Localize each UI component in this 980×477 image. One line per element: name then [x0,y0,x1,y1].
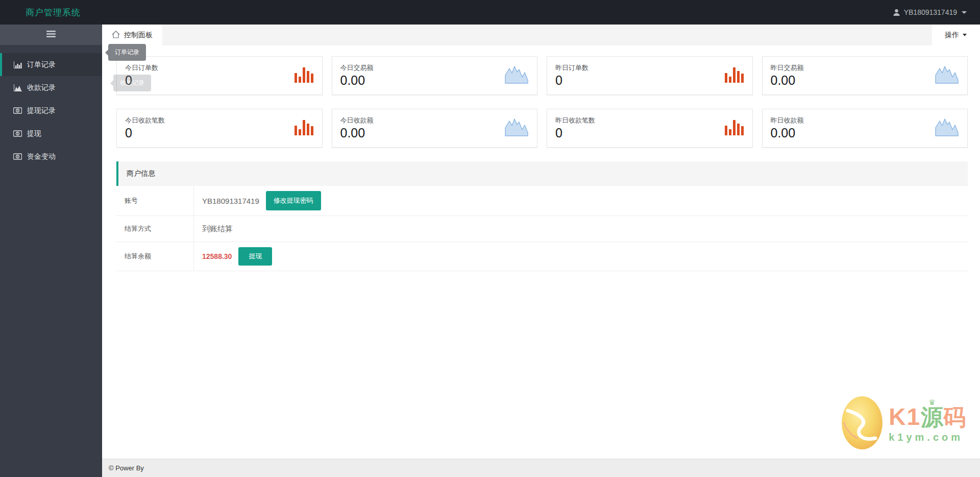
bar-chart-icon [13,61,22,68]
stat-value: 0 [555,126,744,140]
watermark-yuan: ♛源 [921,406,943,428]
sidebar-tooltip-order-records: 订单记录 [108,44,146,61]
stats-row-today: 今日订单数 0 今日交易额 0.00 昨日订单数 [116,56,968,95]
sidebar-item-label: 订单记录 [27,60,56,69]
stat-value: 0.00 [340,73,529,88]
home-icon [112,31,120,40]
area-chart-icon [13,84,22,91]
settle-method-value: 到账结算 [202,224,233,234]
merchant-info-panel: 商户信息 账号 YB18091317419 修改提现密码 结算方式 到账结算 [116,161,968,271]
sidebar-item-label: 提现记录 [27,106,56,115]
hamburger-icon [46,30,56,39]
row-value-cell: 到账结算 [194,216,968,242]
site-watermark: K1♛源码 k1ym.com [841,395,966,452]
blue-area-chart-icon [504,65,529,86]
username: YB18091317419 [904,8,957,16]
banknote-icon [13,153,22,160]
content-area: 控制面板 操作 今日订单数 0 [102,25,980,477]
settle-balance-value: 12588.30 [202,252,232,260]
stat-value: 0 [125,73,314,88]
banknote-icon [13,130,22,137]
red-bars-chart-icon [725,66,744,85]
table-row-settle-balance: 结算余额 12588.30 提现 [116,242,968,271]
watermark-domain: k1ym.com [889,432,963,443]
main-panel: 今日订单数 0 今日交易额 0.00 昨日订单数 [102,45,980,459]
blue-area-chart-icon [935,65,959,86]
stat-label: 昨日交易额 [771,63,960,73]
row-value-cell: YB18091317419 修改提现密码 [194,186,968,216]
sidebar-item-label: 收款记录 [27,83,56,92]
row-label: 结算余额 [116,242,194,271]
chevron-down-icon [963,34,967,36]
stat-value: 0 [125,126,314,140]
sidebar-item-payment-records[interactable]: 收款记录 [0,76,102,99]
panel-title: 商户信息 [116,161,968,186]
sidebar-item-label: 提现 [27,129,41,138]
red-bars-chart-icon [295,119,314,137]
row-value-cell: 12588.30 提现 [194,242,968,271]
stat-card-yesterday-orders: 昨日订单数 0 [547,56,753,95]
sidebar-item-fund-changes[interactable]: 资金变动 [0,145,102,168]
stat-card-yesterday-payment-count: 昨日收款笔数 0 [547,109,753,148]
banknote-icon [13,107,22,114]
stat-label: 今日收款笔数 [125,116,314,125]
breadcrumb-bar: 控制面板 操作 [102,25,980,45]
watermark-text: K1♛源码 k1ym.com [889,405,966,443]
topbar: 商户管理系统 YB18091317419 [0,0,980,25]
sidebar-tooltip-payment-records: 收款记录 [113,75,151,91]
row-label: 结算方式 [116,216,194,242]
watermark-brand: K1♛源码 [889,405,966,428]
red-bars-chart-icon [295,66,314,85]
stat-label: 昨日订单数 [555,63,744,73]
sidebar-item-withdraw[interactable]: 提现 [0,122,102,145]
tab-label: 控制面板 [124,31,153,40]
stat-card-yesterday-volume: 昨日交易额 0.00 [762,56,968,95]
sidebar-item-order-records[interactable]: 订单记录 [0,53,102,76]
watermark-k1: K1 [889,405,921,428]
blue-area-chart-icon [504,117,529,139]
change-withdraw-password-button[interactable]: 修改提现密码 [266,191,321,210]
withdraw-button[interactable]: 提现 [238,247,272,266]
sidebar-item-withdraw-records[interactable]: 提现记录 [0,99,102,122]
stat-value: 0.00 [771,126,960,140]
user-menu[interactable]: YB18091317419 [893,8,980,16]
chevron-down-icon [962,11,967,14]
tab-dashboard[interactable]: 控制面板 [102,25,162,45]
stats-row-payments: 今日收款笔数 0 今日收款额 0.00 昨日收款笔数 [116,109,968,148]
sidebar: 订单记录 收款记录 提现记录 [0,25,102,477]
operate-dropdown-button[interactable]: 操作 [931,25,980,45]
stat-label: 今日交易额 [340,63,529,73]
footer-text: © Power By [109,464,144,472]
stat-value: 0.00 [771,73,960,88]
footer: © Power By [102,459,980,477]
stat-label: 昨日收款额 [771,116,960,125]
stat-card-today-payment-amount: 今日收款额 0.00 [332,109,538,148]
stat-value: 0.00 [340,126,529,140]
stat-card-today-volume: 今日交易额 0.00 [332,56,538,95]
stat-card-yesterday-payment-amount: 昨日收款额 0.00 [762,109,968,148]
stat-label: 今日收款额 [340,116,529,125]
sidebar-toggle-button[interactable] [0,25,102,45]
stat-value: 0 [555,73,744,88]
merchant-admin-app: 商户管理系统 YB18091317419 订单记录 [0,0,980,477]
watermark-ma: 码 [943,406,966,428]
watermark-egg-logo-icon [841,395,884,452]
red-bars-chart-icon [725,119,744,137]
stat-label: 今日订单数 [125,63,314,73]
table-row-account: 账号 YB18091317419 修改提现密码 [116,186,968,216]
sidebar-item-label: 资金变动 [27,152,56,161]
row-label: 账号 [116,186,194,216]
stat-label: 昨日收款笔数 [555,116,744,125]
app-title: 商户管理系统 [0,7,81,18]
crown-icon: ♛ [928,398,935,406]
user-icon [893,9,900,16]
sidebar-nav: 订单记录 收款记录 提现记录 [0,45,102,168]
account-value: YB18091317419 [202,197,259,205]
stat-card-today-payment-count: 今日收款笔数 0 [116,109,323,148]
table-row-settle-method: 结算方式 到账结算 [116,216,968,242]
blue-area-chart-icon [935,117,959,139]
operate-label: 操作 [945,31,959,40]
